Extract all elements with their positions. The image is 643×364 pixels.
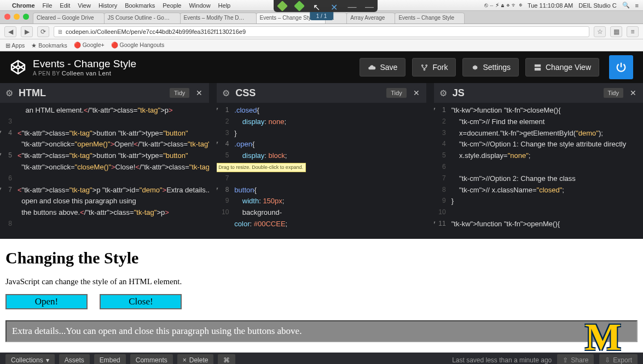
pane-title: JS xyxy=(453,87,600,99)
menubar-user[interactable]: DEIL Studio C xyxy=(578,2,616,9)
save-button[interactable]: Save xyxy=(360,58,406,77)
bookmark-link[interactable]: ★ Bookmarks xyxy=(31,42,67,49)
svg-point-3 xyxy=(422,64,424,66)
apps-shortcut[interactable]: ⊞ Apps xyxy=(5,42,25,49)
forward-button[interactable]: ▶ xyxy=(21,26,33,37)
menubar-app[interactable]: Chrome xyxy=(12,2,35,9)
gear-icon[interactable]: ⚙ xyxy=(220,87,232,99)
delete-button[interactable]: × Delete xyxy=(177,354,214,364)
pen-title: Events - Change Style xyxy=(33,58,136,70)
codepen-logo-icon[interactable] xyxy=(10,59,26,75)
menu-window[interactable]: Window xyxy=(189,2,210,9)
minimize-window-icon[interactable] xyxy=(14,14,20,20)
comments-button[interactable]: Comments xyxy=(130,354,173,364)
pane-close-icon[interactable]: ✕ xyxy=(627,89,640,97)
close-button[interactable]: Close! xyxy=(100,294,182,309)
codepen-header: Events - Change Style A PEN BY Colleen v… xyxy=(0,51,643,83)
pen-subtitle: A PEN BY Colleen van Lent xyxy=(33,70,136,77)
embed-button[interactable]: Embed xyxy=(94,354,126,364)
open-button[interactable]: Open! xyxy=(5,294,88,309)
window-controls[interactable] xyxy=(4,14,29,20)
pane-header: ⚙ CSS Tidy ✕ xyxy=(217,83,426,103)
pane-close-icon[interactable]: ✕ xyxy=(193,89,206,97)
svg-point-5 xyxy=(424,69,426,71)
rec-cursor-icon[interactable]: ↖ xyxy=(313,2,321,10)
share-button[interactable]: ⇪ Share xyxy=(557,354,594,364)
preview-heading: Changing the Style xyxy=(5,249,638,267)
gear-icon[interactable]: ⚙ xyxy=(3,87,15,99)
bookmark-star-icon[interactable]: ☆ xyxy=(594,26,606,37)
menu-help[interactable]: Help xyxy=(218,2,231,9)
html-pane: ⚙ HTML Tidy ✕ 34 5 67 8 an HTML element.… xyxy=(0,83,209,239)
css-editor[interactable]: Drag to resize. Double-click to expand. … xyxy=(217,103,426,239)
browser-tab[interactable]: JS Course Outline - Goo… xyxy=(104,13,181,24)
preview-paragraph: JavaScript can change the style of an HT… xyxy=(5,277,638,286)
status-icons: ⎋ ⋯ ⚡︎ ⏏ ⊕ ᯤ ◉ xyxy=(484,2,522,9)
rec-minimize-icon[interactable]: — xyxy=(347,2,355,10)
settings-button[interactable]: Settings xyxy=(462,58,519,77)
pane-header: ⚙ JS Tidy ✕ xyxy=(434,83,643,103)
menu-icon[interactable]: ≡ xyxy=(635,2,639,9)
browser-tab[interactable]: Cleared – Google Drive xyxy=(33,13,105,24)
reload-button[interactable]: ⟳ xyxy=(37,26,49,37)
page-count-badge: 1 / 1 xyxy=(310,12,333,20)
fork-button[interactable]: Fork xyxy=(412,58,456,77)
preview-pane: Changing the Style JavaScript can change… xyxy=(0,239,643,353)
pane-close-icon[interactable]: ✕ xyxy=(410,89,423,97)
collections-button[interactable]: Collections ▾ xyxy=(5,354,55,364)
screen-recorder-toolbar[interactable]: ↖ ✕ — — xyxy=(274,0,378,12)
menu-hamburger-icon[interactable]: ≡ xyxy=(627,26,639,37)
tidy-button[interactable]: Tidy xyxy=(170,88,189,98)
menu-file[interactable]: File xyxy=(43,2,53,9)
menu-view[interactable]: View xyxy=(78,2,91,9)
browser-tab[interactable]: Events – Change Style xyxy=(395,13,465,24)
demo-paragraph: Extra details...You can open and close t… xyxy=(5,320,638,342)
codepen-footer: Collections ▾ Assets Embed Comments × De… xyxy=(0,353,643,364)
menu-bookmarks[interactable]: Bookmarks xyxy=(125,2,155,9)
browser-tab[interactable]: Array Average xyxy=(346,13,395,24)
css-pane: ⚙ CSS Tidy ✕ Drag to resize. Double-clic… xyxy=(217,83,426,239)
rec-hammer-icon[interactable]: ✕ xyxy=(331,2,338,10)
rec-highlighter-icon[interactable] xyxy=(294,1,305,11)
pane-title: CSS xyxy=(235,87,383,99)
pane-header: ⚙ HTML Tidy ✕ xyxy=(0,83,209,103)
browser-tab[interactable]: Events – Modify The DOM … xyxy=(180,13,257,24)
extension-icon[interactable]: ▦ xyxy=(610,26,622,37)
js-editor[interactable]: 1234567891011 "tk-kw">function "tk-fn">c… xyxy=(434,103,643,239)
menu-edit[interactable]: Edit xyxy=(60,2,70,9)
close-window-icon[interactable] xyxy=(4,14,10,20)
spotlight-icon[interactable]: 🔍 xyxy=(622,2,630,9)
logout-button[interactable] xyxy=(609,55,633,79)
zoom-window-icon[interactable] xyxy=(23,14,29,20)
menu-history[interactable]: History xyxy=(99,2,117,9)
layout-icon xyxy=(534,63,542,72)
last-saved-text: Last saved less than a minute ago xyxy=(452,356,552,364)
export-button[interactable]: ⇩ Export xyxy=(599,354,638,364)
power-icon xyxy=(615,61,627,73)
rec-pen-green-icon[interactable] xyxy=(277,1,288,11)
bookmarks-bar: ⊞ Apps ★ Bookmarks 🔴 Google+ 🔴 Google Ha… xyxy=(0,39,643,51)
gear-icon[interactable]: ⚙ xyxy=(437,87,449,99)
url-field[interactable]: 🗎codepen.io/ColleenEMc/pen/e7cc44bdb24b9… xyxy=(54,26,589,37)
bookmark-link[interactable]: 🔴 Google Hangouts xyxy=(111,42,165,49)
pen-author[interactable]: Colleen van Lent xyxy=(62,70,112,77)
bookmark-link[interactable]: 🔴 Google+ xyxy=(74,42,105,49)
rec-close-icon[interactable]: — xyxy=(365,2,373,10)
change-view-button[interactable]: Change View xyxy=(525,58,599,77)
svg-point-4 xyxy=(426,64,427,66)
cloud-icon xyxy=(368,63,376,72)
tidy-button[interactable]: Tidy xyxy=(386,88,406,98)
svg-rect-7 xyxy=(535,68,541,71)
menu-people[interactable]: People xyxy=(163,2,181,9)
michigan-logo-icon: M xyxy=(585,315,621,353)
gear-icon xyxy=(471,63,479,72)
keyboard-button[interactable]: ⌘ xyxy=(218,354,235,364)
editor-row: ⚙ HTML Tidy ✕ 34 5 67 8 an HTML element.… xyxy=(0,83,643,239)
html-editor[interactable]: 34 5 67 8 an HTML element.</"tk-attr">cl… xyxy=(0,103,209,239)
assets-button[interactable]: Assets xyxy=(59,354,90,364)
pane-title: HTML xyxy=(19,87,166,99)
tidy-button[interactable]: Tidy xyxy=(604,88,623,98)
resize-tooltip: Drag to resize. Double-click to expand. xyxy=(217,163,306,172)
back-button[interactable]: ◀ xyxy=(4,26,16,37)
menubar-clock[interactable]: Tue 11:10:08 AM xyxy=(528,2,573,9)
